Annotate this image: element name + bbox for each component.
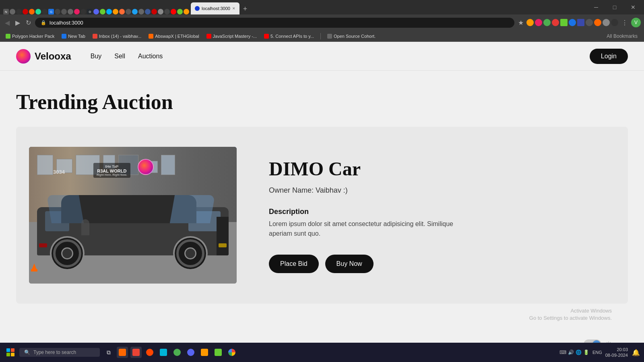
bookmarks-bar: Polygon Hacker Pack New Tab Inbox (14) -… xyxy=(0,31,644,42)
car-front-panel xyxy=(217,217,229,255)
back-button[interactable]: ◀ xyxy=(3,17,11,28)
taskbar-app-2[interactable] xyxy=(130,347,142,358)
action-buttons: Place Bid Buy Now xyxy=(269,255,609,273)
forward-button[interactable]: ▶ xyxy=(14,17,22,28)
taskbar-app-1[interactable] xyxy=(117,347,128,358)
bookmark-inbox[interactable]: Inbox (14) - vaibhav... xyxy=(90,33,144,39)
close-button[interactable]: ✕ xyxy=(624,0,642,14)
taskbar-pinned-apps: ⧉ xyxy=(103,347,237,358)
wheel-left xyxy=(53,239,81,267)
windows-taskbar: 🔍 Type here to search ⧉ xyxy=(0,343,644,362)
minimize-button[interactable]: ─ xyxy=(587,0,605,14)
address-bar[interactable]: 🔒 localhost:3000 xyxy=(35,18,514,28)
all-bookmarks-label[interactable]: All Bookmarks xyxy=(603,33,641,39)
bookmark-separator xyxy=(320,33,321,39)
taskbar-date-display: 08-09-2024 xyxy=(605,352,628,358)
bookmark-newtab[interactable]: New Tab xyxy=(59,33,88,39)
window xyxy=(37,155,53,175)
bookmark-polygon-label: Polygon Hacker Pack xyxy=(12,34,54,39)
audio-icon[interactable]: 🔊 xyxy=(568,350,574,355)
bookmark-inbox-label: Inbox (14) - vaibhav... xyxy=(99,34,142,39)
notification-icon[interactable]: 🔔 xyxy=(631,348,641,357)
nav-sell[interactable]: Sell xyxy=(114,53,125,60)
url-text: localhost:3000 xyxy=(50,20,83,26)
active-tab[interactable]: localhost:3000 ✕ xyxy=(191,2,239,14)
window-controls: ─ □ ✕ xyxy=(587,0,642,14)
reload-button[interactable]: ↻ xyxy=(24,17,33,28)
bookmark-abswap[interactable]: AbswapX | ETHGlobal xyxy=(146,33,201,39)
auction-image-container: tHe TaP R3AL WORLD Right Here. Right Now… xyxy=(16,127,250,304)
owner-name: Owner Name: Vaibhav :) xyxy=(269,186,609,195)
taskbar-app-8[interactable] xyxy=(213,347,224,358)
nav-auctions[interactable]: Auctions xyxy=(138,53,163,60)
browser-toolbar-icons: ★ ⋮ V xyxy=(517,18,641,27)
taskbar-language: ENG xyxy=(592,350,602,355)
taskbar-app-6[interactable] xyxy=(185,347,196,358)
battery-icon: 🔋 xyxy=(583,350,589,355)
lock-icon: 🔒 xyxy=(41,20,46,25)
bookmark-star-icon[interactable]: ★ xyxy=(517,19,525,27)
maximize-button[interactable]: □ xyxy=(605,0,624,14)
nav-links: Buy Sell Auctions xyxy=(91,53,163,60)
profile-avatar[interactable]: V xyxy=(631,18,641,27)
windows-logo[interactable] xyxy=(6,348,14,356)
win-logo-red xyxy=(11,348,14,352)
navbar: Velooxa Buy Sell Auctions Login xyxy=(0,42,644,71)
nav-buy[interactable]: Buy xyxy=(91,53,102,60)
buy-now-button[interactable]: Buy Now xyxy=(325,255,374,273)
car-headlight xyxy=(219,243,227,247)
bookmark-opensource-label: Open Source Cohort. xyxy=(334,34,376,39)
car-title: DIMO Car xyxy=(269,158,609,180)
bookmark-abswap-label: AbswapX | ETHGlobal xyxy=(155,34,199,39)
bookmark-opensource[interactable]: Open Source Cohort. xyxy=(325,33,378,39)
description-text: Lorem ipsum dolor sit amet consectetur a… xyxy=(269,219,462,239)
wheel-right xyxy=(176,239,204,267)
window xyxy=(161,155,175,175)
taskbar-clock[interactable]: 20:03 08-09-2024 xyxy=(605,347,628,358)
taskbar-search[interactable]: 🔍 Type here to search xyxy=(19,348,100,357)
auction-card: tHe TaP R3AL WORLD Right Here. Right Now… xyxy=(16,127,628,304)
cone-base xyxy=(31,269,37,272)
main-content: Trending Auction xyxy=(0,71,644,323)
real-world-sign: tHe TaP R3AL WORLD Right Here. Right Now… xyxy=(93,163,130,178)
address-number: 3034 xyxy=(53,169,65,175)
new-tab-button[interactable]: + xyxy=(239,3,251,14)
taskbar-system-info: ENG xyxy=(592,350,602,355)
car-windshield-rear xyxy=(47,195,84,223)
tabs-row: N G ⊙ xyxy=(0,0,644,14)
taskbar-browser-icon[interactable] xyxy=(226,347,237,358)
bookmark-connectapi[interactable]: 5. Connect APIs to y... xyxy=(262,33,316,39)
logo[interactable]: Velooxa xyxy=(16,49,71,64)
bookmark-connectapi-label: 5. Connect APIs to y... xyxy=(270,34,314,39)
bookmark-jsmastery-label: JavaScript Mastery -... xyxy=(213,34,257,39)
auction-logo-circle xyxy=(138,159,154,175)
win-logo-yellow xyxy=(11,353,14,356)
car-body: DIMO xyxy=(37,191,229,272)
logo-icon xyxy=(16,49,31,64)
login-button[interactable]: Login xyxy=(590,49,628,64)
close-tab-icon[interactable]: ✕ xyxy=(232,6,235,10)
place-bid-button[interactable]: Place Bid xyxy=(269,255,319,273)
network-icon[interactable]: 🌐 xyxy=(576,350,582,355)
win-logo-blue xyxy=(6,348,10,352)
auction-details: DIMO Car Owner Name: Vaibhav :) Descript… xyxy=(250,127,628,304)
bookmark-jsmastery[interactable]: JavaScript Mastery -... xyxy=(204,33,259,39)
person-silhouette xyxy=(81,219,89,235)
taskbar-app-5[interactable] xyxy=(171,347,183,358)
taskbar-search-icon: 🔍 xyxy=(24,350,30,355)
profile-icon[interactable]: ⋮ xyxy=(620,19,630,27)
keyboard-icon: ⌨ xyxy=(559,350,566,355)
taskbar-app-3[interactable] xyxy=(144,347,155,358)
real-world-text: R3AL WORLD xyxy=(97,169,127,173)
taskbar-time-display: 20:03 xyxy=(605,347,628,352)
win-logo-green xyxy=(6,353,10,356)
taskbar-app-7[interactable] xyxy=(199,347,210,358)
taskbar-start[interactable] xyxy=(3,348,18,356)
bookmark-polygon[interactable]: Polygon Hacker Pack xyxy=(3,33,57,39)
taskview-icon[interactable]: ⧉ xyxy=(103,347,114,358)
car-windshield-front xyxy=(170,195,215,223)
taskbar-search-placeholder: Type here to search xyxy=(33,350,76,355)
browser-toolbar: ◀ ▶ ↻ 🔒 localhost:3000 ★ ⋮ V xyxy=(0,14,644,31)
taskbar-app-4[interactable] xyxy=(158,347,169,358)
car-scene: tHe TaP R3AL WORLD Right Here. Right Now… xyxy=(29,147,237,284)
